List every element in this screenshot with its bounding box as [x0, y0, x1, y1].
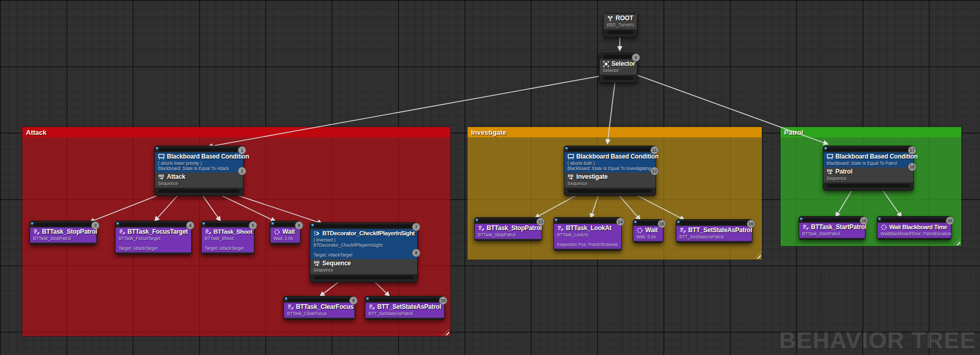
decorator-abort-mode: ( aborts lower priority ): [158, 161, 240, 166]
task-list-icon: [802, 224, 809, 231]
input-pin[interactable]: [288, 298, 351, 302]
bt-node-start-patrol[interactable]: 19 BTTask_StartPatrol BTTask_StartPatrol: [799, 216, 865, 240]
task-list-icon: [205, 229, 211, 235]
task-list-icon: [557, 225, 564, 232]
task-list-icon: [679, 227, 686, 234]
output-pin[interactable]: [568, 189, 652, 193]
output-pin[interactable]: [607, 31, 633, 34]
node-subtitle: WaitBlackboardTime: PatrolDuration: [880, 231, 948, 236]
blackboard-easel-icon: [827, 153, 833, 160]
bt-node-look-at[interactable]: 14 BTTask_LookAt BTTask_LookAt: Inspecti…: [553, 217, 622, 251]
custom-decorator[interactable]: BTDecorator_CheckIfPlayerInSight ( inver…: [310, 229, 417, 259]
node-marker: [117, 222, 119, 224]
input-pin[interactable]: [369, 298, 441, 302]
execution-order-badge: 6: [295, 221, 303, 230]
node-title: BTTask_ClearFocus: [296, 303, 353, 311]
input-pin[interactable]: [478, 219, 538, 223]
node-marker: [31, 222, 33, 224]
sequence-bars-icon: [567, 174, 574, 180]
node-subtitle: Selector: [603, 68, 634, 73]
node-title: Attack: [167, 173, 185, 181]
bt-node-attack-set-state-as-patrol[interactable]: 10 BTT_SetStateAsPatrol BTT_SetStateAsPa…: [365, 296, 445, 320]
sequence-bars-icon: [314, 260, 320, 267]
bt-node-investigate-set-state-as-patrol[interactable]: 16 BTT_SetStateAsPatrol BTT_SetStateAsPa…: [676, 219, 752, 243]
region-title-attack[interactable]: Attack: [22, 127, 450, 137]
node-subtitle: Sequence: [158, 181, 240, 186]
input-pin[interactable]: [680, 221, 748, 225]
blackboard-decorator[interactable]: Blackboard Based Condition ( aborts lowe…: [155, 152, 243, 173]
decorator-title: Blackboard Based Condition: [576, 153, 659, 161]
output-pin[interactable]: [314, 276, 414, 279]
input-pin[interactable]: [159, 148, 239, 151]
execution-order-badge: 3: [91, 221, 100, 230]
node-marker: [677, 221, 679, 223]
bt-node-investigate-wait[interactable]: 15 Wait Wait: 5.0s: [633, 219, 663, 243]
bt-node-check-if-player-in-sight[interactable]: 7 8 BTDecorator_CheckIfPlayerInSight ( i…: [310, 222, 418, 282]
node-title: ROOT: [616, 15, 633, 22]
input-pin[interactable]: [881, 218, 947, 222]
root-branch-icon: [607, 15, 614, 22]
node-title: BTTask_Shoot: [214, 228, 252, 236]
input-pin[interactable]: [34, 223, 93, 226]
output-pin[interactable]: [827, 184, 910, 188]
node-marker: [565, 147, 567, 149]
node-marker: [634, 221, 636, 223]
node-title: Wait Blackboard Time: [889, 223, 947, 231]
node-marker: [800, 218, 802, 220]
execution-order-badge: 13: [536, 218, 545, 226]
node-param-target: Target: AttackTarget: [119, 246, 188, 251]
bt-node-selector[interactable]: 0 Selector Selector: [599, 53, 637, 83]
behavior-tree-graph-canvas[interactable]: Attack Investigate Patrol BEHAVIOR TREE: [0, 0, 980, 355]
bt-node-attack-sequence[interactable]: 1 2 Blackboard Based Condition ( aborts …: [154, 146, 244, 196]
decorator-condition: Blackboard: State Is Equal To Attack: [158, 166, 240, 171]
node-marker: [878, 218, 880, 220]
input-pin[interactable]: [558, 219, 618, 223]
input-pin[interactable]: [803, 218, 861, 222]
bt-node-root[interactable]: ROOT BBD_TurretAI: [603, 13, 637, 37]
bt-node-investigate-sequence[interactable]: 11 12 Blackboard Based Condition ( abort…: [564, 146, 656, 196]
output-pin[interactable]: [159, 189, 239, 193]
input-pin[interactable]: [827, 148, 910, 151]
node-marker: [203, 222, 205, 224]
node-marker: [825, 147, 827, 149]
input-pin[interactable]: [568, 148, 652, 151]
bt-node-wait-blackboard-time[interactable]: 20 Wait Blackboard Time WaitBlackboardTi…: [877, 216, 951, 240]
blackboard-decorator[interactable]: Blackboard Based Condition Blackboard: S…: [823, 152, 913, 167]
input-pin[interactable]: [314, 224, 414, 228]
execution-order-badge: 16: [747, 220, 755, 228]
execution-order-badge: 20: [946, 217, 954, 225]
node-subtitle: BTTask_StopPatrol: [478, 232, 538, 237]
node-title: BTTask_FocusTarget: [127, 228, 188, 236]
execution-order-badge: 17: [908, 146, 916, 154]
decorator-title: BTDecorator_CheckIfPlayerInSight: [322, 230, 415, 237]
blackboard-decorator[interactable]: Blackboard Based Condition ( aborts both…: [564, 152, 656, 173]
behavior-tree-watermark: BEHAVIOR TREE: [779, 327, 976, 354]
input-pin[interactable]: [205, 223, 250, 226]
bt-node-attack-stop-patrol[interactable]: 3 BTTask_StopPatrol BTTask_StopPatrol: [30, 221, 97, 245]
input-pin[interactable]: [274, 223, 296, 226]
bt-node-investigate-stop-patrol[interactable]: 13 BTTask_StopPatrol BTTask_StopPatrol: [474, 217, 542, 241]
region-title-investigate[interactable]: Investigate: [467, 127, 762, 137]
output-pin[interactable]: [603, 76, 633, 80]
bt-node-patrol-sequence[interactable]: 17 18 Blackboard Based Condition Blackbo…: [823, 146, 914, 191]
node-subtitle: BBD_TurretAI: [607, 22, 634, 27]
input-pin[interactable]: [119, 223, 188, 226]
node-title: Sequence: [322, 260, 351, 267]
execution-order-badge: 19: [860, 217, 868, 225]
blackboard-easel-icon: [567, 153, 574, 160]
node-title: BTTask_StopPatrol: [487, 224, 542, 232]
input-pin[interactable]: [637, 221, 659, 225]
decorator-condition: Blackboard: State Is Equal To Investigat…: [567, 166, 652, 171]
bt-node-clear-focus[interactable]: 9 BTTask_ClearFocus BTTask_ClearFocus: [283, 296, 355, 320]
node-subtitle: Wait: 2.0s: [274, 236, 297, 241]
bt-node-attack-wait[interactable]: 6 Wait Wait: 2.0s: [270, 221, 301, 245]
decorator-chevron-icon: [314, 230, 320, 237]
input-pin[interactable]: [603, 55, 633, 59]
bt-node-attack-shoot[interactable]: 5 BTTask_Shoot BTTask_Shoot: Target: Att…: [201, 221, 254, 254]
node-subtitle: Sequence: [827, 176, 910, 181]
bt-node-attack-focus-target[interactable]: 4 BTTask_FocusTarget BTTask_FocusTarget:…: [115, 221, 192, 254]
node-title: BTTask_StartPatrol: [811, 223, 867, 231]
region-title-patrol[interactable]: Patrol: [780, 127, 961, 137]
blackboard-easel-icon: [158, 153, 165, 160]
task-list-icon: [119, 229, 125, 235]
